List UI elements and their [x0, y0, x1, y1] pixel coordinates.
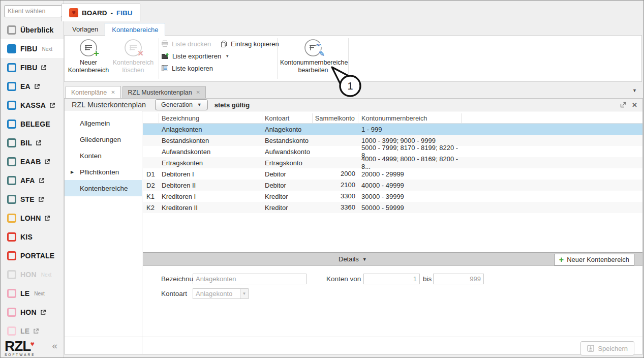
konten-von-field[interactable]: [363, 274, 420, 284]
copy-entry-button[interactable]: Eintrag kopieren: [220, 39, 279, 49]
sidebar-collapse-icon[interactable]: «: [52, 341, 57, 350]
sidebar-item-fibu[interactable]: FIBU: [1, 58, 64, 77]
table-row[interactable]: K1 Kreditoren I Kreditor 3300 30000 - 39…: [143, 191, 642, 202]
panel-title: RZL Musterkontenplan: [72, 101, 155, 109]
panel-nav-item-allgemein[interactable]: Allgemein: [65, 115, 142, 131]
tabstrip-overflow-icon[interactable]: ▼: [632, 88, 637, 93]
ribbon-tab-kontenbereiche[interactable]: Kontenbereiche: [105, 23, 165, 36]
cell-kontoart: Debitor: [262, 170, 313, 178]
cell-kontonummernbereich: 1000 - 3999; 9000 - 9999: [358, 137, 462, 144]
sidebar-item-lohn[interactable]: LOHN: [1, 208, 64, 227]
column-header-Sammelkonto[interactable]: Sammelkonto: [313, 113, 358, 123]
select-arrow-icon: ▼: [240, 289, 248, 299]
ribbon-tab-vorlagen[interactable]: Vorlagen: [66, 23, 105, 35]
close-panel-icon[interactable]: ✕: [632, 101, 637, 109]
tab-rzl-musterkontenplan[interactable]: RZL Musterkontenplan ✕: [122, 86, 206, 98]
module-checkbox-icon: [7, 289, 16, 298]
copy-list-button[interactable]: Liste kopieren: [161, 63, 213, 73]
module-checkbox-icon: [7, 63, 16, 72]
sidebar-item-afa[interactable]: AFA: [1, 171, 64, 190]
column-header-Kontonummernbereich[interactable]: Kontonummernbereich: [358, 113, 462, 123]
cell-bezeichnung: Debitoren II: [159, 182, 262, 189]
print-list-button: Liste drucken: [161, 39, 211, 49]
panel-nav-item-konten[interactable]: Konten: [65, 147, 142, 164]
board-module: FIBU: [116, 9, 133, 17]
tab-kontenplaene[interactable]: Kontenpläne ✕: [66, 86, 121, 98]
external-link-icon: [50, 103, 55, 108]
close-tab-icon[interactable]: ✕: [111, 90, 115, 95]
panel-nav-item-kontenbereiche[interactable]: Kontenbereiche: [65, 180, 142, 196]
sidebar-item-hon[interactable]: HON: [1, 303, 64, 321]
panel-nav-label: Pflichtkonten: [80, 168, 119, 176]
panel-nav-item-gliederungen[interactable]: Gliederungen: [65, 131, 142, 147]
callout-number: 1: [347, 80, 353, 92]
sidebar-item-label: LE: [20, 327, 29, 335]
external-link-icon: [41, 310, 46, 315]
column-header-Bezeichnung[interactable]: Bezeichnung: [159, 113, 262, 123]
save-button[interactable]: Speichern: [580, 341, 634, 355]
copy-list-icon: [161, 65, 169, 72]
sidebar-item-fibu[interactable]: FIBU Next: [1, 39, 64, 58]
external-link-icon: [35, 84, 40, 89]
sidebar-item-kassa[interactable]: KASSA: [1, 96, 64, 114]
cell-kontoart: Kreditor: [262, 204, 313, 212]
sidebar-item-eaab[interactable]: EAAB: [1, 152, 64, 171]
new-account-range-button[interactable]: + NeuerKontenbereich: [68, 37, 109, 74]
table-row[interactable]: Anlagekonten Anlagekonto 1 - 999: [143, 124, 642, 135]
rzl-heart-icon: ♥: [69, 8, 78, 17]
external-link-icon: [41, 65, 46, 70]
cell-bezeichnung: Ertragskonten: [159, 159, 262, 167]
module-checkbox-icon: [7, 308, 16, 317]
sidebar-item-belege[interactable]: BELEGE: [1, 114, 64, 133]
sidebar-item-suffix: Next: [42, 46, 52, 52]
table-row[interactable]: D2 Debitoren II Debitor 2100 40000 - 499…: [143, 180, 642, 191]
document-panel: RZL Musterkontenplan Generation ▼ stets …: [64, 98, 643, 354]
sidebar-item-kis[interactable]: KIS: [1, 227, 64, 246]
cell-sammelkonto: 3360: [313, 202, 358, 213]
form-circle-icon: ×: [124, 39, 142, 57]
dropdown-arrow-icon: ▼: [225, 54, 229, 58]
module-checkbox-icon: [7, 214, 16, 223]
module-checkbox-icon: [7, 138, 16, 147]
popout-icon[interactable]: [620, 102, 626, 108]
board-window-tab[interactable]: ♥ BOARD - FIBU: [62, 4, 140, 21]
kontoart-select[interactable]: Anlagekonto ▼: [193, 288, 249, 299]
client-select-input[interactable]: [4, 5, 62, 17]
sidebar-item-label: FIBU: [20, 45, 37, 53]
close-tab-icon[interactable]: ✕: [196, 90, 200, 95]
table-row[interactable]: K2 Kreditoren II Kreditor 3360 50000 - 5…: [143, 202, 642, 213]
bezeichnung-field[interactable]: [193, 274, 306, 284]
sidebar-item-label: FIBU: [20, 64, 37, 72]
konten-bis-field[interactable]: [433, 274, 484, 284]
cell-bezeichnung: Kreditoren I: [159, 193, 262, 200]
sidebar-item-bil[interactable]: BIL: [1, 133, 64, 152]
sidebar-item-le[interactable]: LE Next: [1, 284, 64, 303]
new-account-range-inline-button[interactable]: + Neuer Kontenbereich: [554, 254, 634, 265]
cell-kontoart: Kreditor: [262, 193, 313, 200]
dropdown-arrow-icon: ▼: [197, 102, 202, 107]
cell-kontonummernbereich: 50000 - 59999: [358, 204, 462, 212]
external-link-icon: [45, 216, 50, 221]
export-list-button[interactable]: Liste exportieren ▼: [161, 51, 229, 61]
sidebar-item-ste[interactable]: STE: [1, 190, 64, 208]
table-row[interactable]: Ertragskonten Ertragskonto 4000 - 4999; …: [143, 157, 642, 168]
sidebar-item-überblick[interactable]: Überblick: [1, 20, 64, 39]
panel-nav-item-pflichtkonten[interactable]: ▶ Pflichtkonten: [65, 164, 142, 180]
table-body: Anlagekonten Anlagekonto 1 - 999 Bestand…: [143, 124, 642, 213]
validity-label: stets gültig: [214, 101, 250, 109]
table-row[interactable]: D1 Debitoren I Debitor 2000 20000 - 2999…: [143, 168, 642, 180]
details-bar: Details ▼ + Neuer Kontenbereich: [143, 252, 642, 266]
module-checkbox-icon: [7, 270, 16, 279]
column-header-Kontoart[interactable]: Kontoart: [262, 113, 313, 123]
sidebar-item-label: Überblick: [20, 26, 54, 34]
module-checkbox-icon: [7, 82, 16, 91]
generation-dropdown-button[interactable]: Generation ▼: [155, 99, 208, 110]
sidebar-item-suffix: Next: [41, 272, 52, 278]
sidebar-item-portale[interactable]: PORTALE: [1, 246, 64, 265]
sidebar-item-hon[interactable]: HON Next: [1, 265, 64, 284]
module-checkbox-icon: [7, 44, 16, 53]
details-toggle[interactable]: Details ▼: [339, 253, 367, 265]
column-header-code[interactable]: [143, 113, 159, 123]
sidebar-item-ea[interactable]: EA: [1, 77, 64, 96]
plus-overlay-icon: +: [94, 48, 99, 59]
